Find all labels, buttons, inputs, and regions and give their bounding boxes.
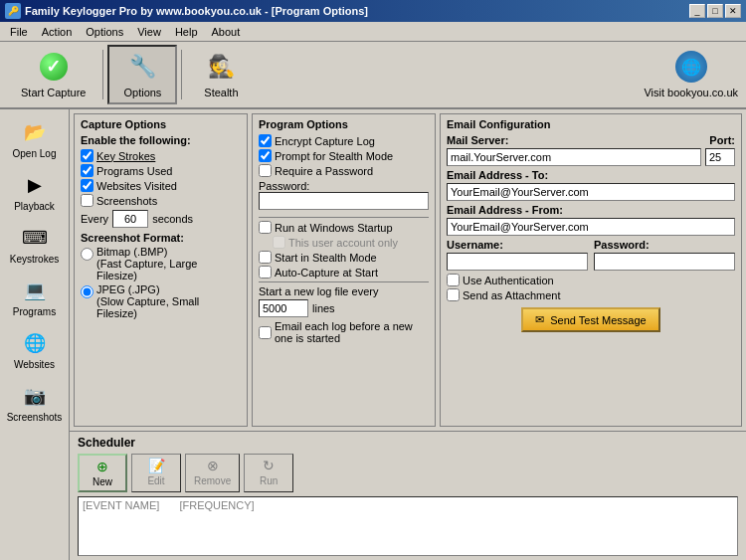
port-input[interactable]	[705, 148, 735, 166]
stealth-button[interactable]: 🕵️ Stealth	[186, 46, 256, 103]
right-panel: Capture Options Enable the following: Ke…	[70, 109, 746, 560]
sidebar-keystrokes-label: Keystrokes	[10, 254, 59, 265]
sidebar: 📂 Open Log ▶ Playback ⌨ Keystrokes 💻 Pro…	[0, 109, 70, 560]
sidebar-websites-label: Websites	[14, 359, 55, 370]
prompt-stealth-checkbox[interactable]	[259, 149, 272, 162]
this-account-checkbox[interactable]	[273, 236, 285, 249]
close-button[interactable]: ✕	[725, 4, 741, 18]
keystrokes-icon: ⌨	[21, 224, 49, 252]
websites-visited-checkbox[interactable]	[81, 179, 93, 192]
menu-about[interactable]: About	[206, 24, 247, 40]
maximize-button[interactable]: □	[707, 4, 723, 18]
password-input[interactable]	[259, 192, 429, 210]
menu-help[interactable]: Help	[169, 24, 204, 40]
run-startup-checkbox[interactable]	[259, 221, 272, 234]
email-password-input[interactable]	[594, 253, 735, 271]
jpeg-desc: JPEG (.JPG) (Slow Capture, Small Filesiz…	[96, 283, 241, 319]
email-from-input[interactable]	[447, 218, 735, 236]
use-auth-checkbox[interactable]	[447, 274, 460, 286]
toolbar-divider-2	[181, 50, 182, 99]
enable-label: Enable the following:	[81, 134, 241, 146]
log-file-input[interactable]	[259, 299, 308, 317]
screenshots-label: Screenshots	[96, 195, 157, 207]
email-config-panel: Email Configuration Mail Server: Port: E…	[440, 113, 742, 427]
scheduler-table: [EVENT NAME] [FREQUENCY]	[78, 496, 738, 556]
sidebar-item-playback[interactable]: ▶ Playback	[4, 166, 66, 217]
title-bar-left: 🔑 Family Keylogger Pro by www.bookyou.co…	[5, 3, 368, 19]
screenshots-icon: 📷	[21, 382, 49, 410]
bitmap-label: Bitmap (.BMP)	[96, 246, 241, 258]
encrypt-row: Encrypt Capture Log	[259, 134, 429, 147]
user-pass-row: Username: Password:	[447, 239, 735, 271]
sidebar-item-websites[interactable]: 🌐 Websites	[4, 324, 66, 375]
menu-file[interactable]: File	[4, 24, 34, 40]
title-bar-text: Family Keylogger Pro by www.bookyou.co.u…	[25, 5, 368, 17]
scheduler-edit-button[interactable]: 📝 Edit	[131, 454, 181, 492]
username-input[interactable]	[447, 253, 588, 271]
screenshots-row: Screenshots	[81, 194, 241, 207]
visit-label: Visit bookyou.co.uk	[644, 87, 738, 98]
scheduler-run-button[interactable]: ↻ Run	[244, 454, 293, 492]
minimize-button[interactable]: _	[689, 4, 705, 18]
jpeg-radio[interactable]	[81, 285, 93, 298]
seconds-label: seconds	[152, 213, 193, 225]
mail-server-input[interactable]	[447, 148, 701, 166]
run-icon: ↻	[263, 458, 275, 473]
edit-label: Edit	[147, 475, 164, 486]
capture-options-panel: Capture Options Enable the following: Ke…	[74, 113, 248, 427]
websites-visited-label: Websites Visited	[96, 180, 177, 192]
send-attach-checkbox[interactable]	[447, 288, 460, 301]
scheduler-col1: [EVENT NAME]	[83, 499, 159, 511]
require-password-checkbox[interactable]	[259, 164, 272, 177]
encrypt-checkbox[interactable]	[259, 134, 272, 147]
key-strokes-checkbox[interactable]	[81, 149, 93, 162]
password-label: Password:	[259, 180, 429, 192]
email-log-checkbox[interactable]	[259, 326, 272, 339]
playback-icon: ▶	[21, 171, 49, 199]
program-options-panel: Program Options Encrypt Capture Log Prom…	[252, 113, 436, 427]
start-capture-button[interactable]: ✓ Start Capture	[8, 46, 98, 103]
email-to-input[interactable]	[447, 183, 735, 201]
sidebar-playback-label: Playback	[14, 201, 55, 212]
start-stealth-checkbox[interactable]	[259, 251, 272, 264]
programs-used-label: Programs Used	[96, 165, 172, 177]
stealth-label: Stealth	[204, 87, 238, 98]
sidebar-item-keystrokes[interactable]: ⌨ Keystrokes	[4, 219, 66, 270]
menu-view[interactable]: View	[131, 24, 167, 40]
log-file-row: lines	[259, 299, 429, 317]
this-account-label: This user account only	[288, 237, 398, 249]
mail-server-row: Mail Server: Port:	[447, 134, 735, 146]
interval-input[interactable]	[112, 210, 148, 228]
sidebar-item-open-log[interactable]: 📂 Open Log	[4, 113, 66, 164]
password-section: Password:	[259, 180, 429, 214]
options-area: Capture Options Enable the following: Ke…	[70, 109, 746, 431]
format-title: Screenshot Format:	[81, 232, 241, 244]
screenshots-checkbox[interactable]	[81, 194, 93, 207]
toolbar: ✓ Start Capture 🔧 Options 🕵️ Stealth 🌐 V…	[0, 42, 746, 109]
options-icon: 🔧	[126, 51, 158, 83]
bitmap-radio[interactable]	[81, 248, 93, 261]
jpeg-row: JPEG (.JPG) (Slow Capture, Small Filesiz…	[81, 283, 241, 319]
encrypt-label: Encrypt Capture Log	[275, 135, 375, 147]
interval-row: Every seconds	[81, 210, 241, 228]
sidebar-item-screenshots[interactable]: 📷 Screenshots	[4, 377, 66, 428]
lines-label: lines	[312, 302, 335, 314]
remove-label: Remove	[194, 475, 231, 486]
scheduler-new-button[interactable]: ⊕ New	[78, 454, 127, 492]
scheduler-remove-button[interactable]: ⊗ Remove	[185, 454, 240, 492]
use-auth-label: Use Authentication	[463, 275, 554, 286]
send-test-button[interactable]: ✉ Send Test Message	[521, 307, 659, 332]
options-button[interactable]: 🔧 Options	[107, 45, 177, 104]
new-label: New	[93, 476, 112, 487]
programs-used-checkbox[interactable]	[81, 164, 93, 177]
jpeg-label: JPEG (.JPG)	[96, 283, 241, 295]
toolbar-divider-1	[102, 50, 103, 99]
auto-capture-checkbox[interactable]	[259, 266, 272, 279]
email-log-row: Email each log before a new one is start…	[259, 320, 429, 344]
sidebar-item-programs[interactable]: 💻 Programs	[4, 272, 66, 322]
email-log-label: Email each log before a new one is start…	[275, 320, 429, 344]
menu-options[interactable]: Options	[80, 24, 129, 40]
menu-action[interactable]: Action	[36, 24, 79, 40]
run-startup-row: Run at Windows Startup	[259, 221, 429, 234]
start-capture-icon: ✓	[38, 51, 70, 83]
